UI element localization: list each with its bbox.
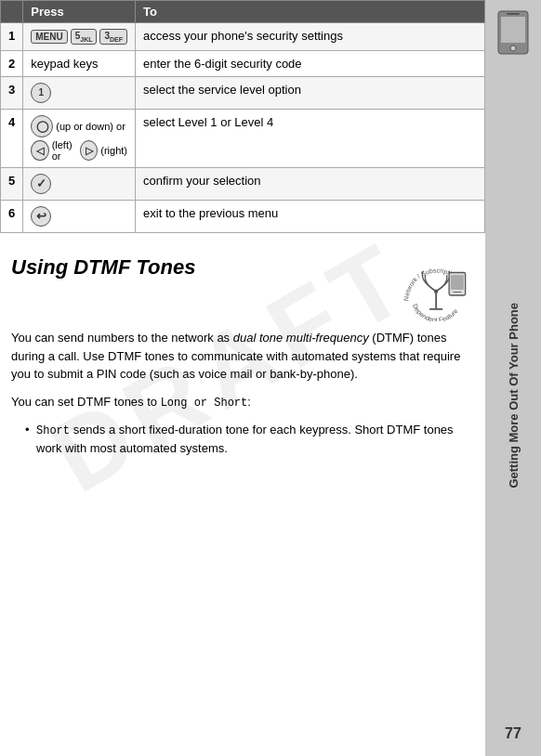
svg-text:Dependent Feature: Dependent Feature <box>412 303 459 321</box>
svg-rect-6 <box>451 275 464 290</box>
key-5: 5JKL <box>71 29 98 45</box>
action-cell: confirm your selection <box>136 168 485 201</box>
action-cell: exit to the previous menu <box>136 201 485 233</box>
sidebar-vertical-text-container: Getting More Out Of Your Phone <box>507 56 521 725</box>
key-3: 3DEF <box>99 29 127 45</box>
press-cell: ◯ (up or down) or ◁ (left) or ▷ (right) <box>23 110 136 168</box>
key-nav: ◯ <box>31 115 53 137</box>
press-cell: 1 <box>23 77 136 110</box>
table-row: 2 keypad keys enter the 6-digit security… <box>1 51 485 77</box>
svg-rect-11 <box>507 13 520 15</box>
phone-icon <box>495 9 532 56</box>
svg-point-4 <box>434 289 438 293</box>
code-long-short: Long or Short <box>161 397 248 410</box>
table-header-num <box>1 1 23 23</box>
table-header-to: To <box>136 1 485 23</box>
section-paragraph-1: You can send numbers to the network as d… <box>11 329 474 384</box>
svg-point-10 <box>510 46 516 51</box>
bullet-list: Short sends a short fixed-duration tone … <box>11 421 474 458</box>
key-left: ◁ <box>31 140 48 161</box>
action-cell: enter the 6-digit security code <box>136 51 485 77</box>
table-row: 1 MENU 5JKL 3DEF access your phone's sec… <box>1 23 485 51</box>
action-cell: select the service level option <box>136 77 485 110</box>
right-sidebar: Getting More Out Of Your Phone 77 <box>485 0 541 756</box>
svg-rect-9 <box>501 17 525 43</box>
key-1: 1 <box>31 83 51 103</box>
sidebar-icon-area <box>495 9 532 56</box>
press-cell: MENU 5JKL 3DEF <box>23 23 136 51</box>
page-number: 77 <box>505 725 521 742</box>
key-icons: ✓ <box>31 174 127 194</box>
table-header-press: Press <box>23 1 136 23</box>
row-num: 5 <box>1 168 23 201</box>
code-short: Short <box>36 424 70 437</box>
key-right: ▷ <box>80 140 98 161</box>
network-badge: Network / Subscription Dependent Feature <box>400 256 474 321</box>
key-check: ✓ <box>31 174 51 194</box>
section-header-row: Using DTMF Tones Network / Subscription <box>11 256 474 321</box>
section-paragraph-2: You can set DTMF tones to Long or Short: <box>11 393 474 411</box>
key-icons: 1 <box>31 83 127 103</box>
table-row: 5 ✓ confirm your selection <box>1 168 485 201</box>
key-menu: MENU <box>31 30 67 44</box>
section-title: Using DTMF Tones <box>11 256 390 279</box>
main-content: Press To 1 MENU 5JKL 3DEF access your p <box>0 0 485 756</box>
key-icons-2: ◁ (left) or ▷ (right) <box>31 139 127 162</box>
row-num: 3 <box>1 77 23 110</box>
action-cell: select Level 1 or Level 4 <box>136 110 485 168</box>
table-row: 6 ↩ exit to the previous menu <box>1 201 485 233</box>
action-cell: access your phone's security settings <box>136 23 485 51</box>
key-icons: ◯ (up or down) or <box>31 115 127 137</box>
key-icons: MENU 5JKL 3DEF <box>31 29 127 45</box>
page-container: Press To 1 MENU 5JKL 3DEF access your p <box>0 0 541 756</box>
table-row: 4 ◯ (up or down) or ◁ (left) or ▷ (right… <box>1 110 485 168</box>
press-cell: keypad keys <box>23 51 136 77</box>
press-cell: ↩ <box>23 201 136 233</box>
row-num: 6 <box>1 201 23 233</box>
network-badge-svg: Network / Subscription Dependent Feature <box>400 256 474 321</box>
table-row: 3 1 select the service level option <box>1 77 485 110</box>
row-num: 2 <box>1 51 23 77</box>
row-num: 1 <box>1 23 23 51</box>
press-cell: ✓ <box>23 168 136 201</box>
key-back: ↩ <box>31 206 51 227</box>
italic-dtmf: dual tone multi-frequency <box>233 331 369 345</box>
row-num: 4 <box>1 110 23 168</box>
sidebar-vertical-text: Getting More Out Of Your Phone <box>507 303 521 489</box>
section-content: Using DTMF Tones Network / Subscription <box>0 252 485 747</box>
section-body: You can send numbers to the network as d… <box>11 329 474 457</box>
bullet-item-short: Short sends a short fixed-duration tone … <box>25 421 474 458</box>
key-icons: ↩ <box>31 206 127 227</box>
press-table: Press To 1 MENU 5JKL 3DEF access your p <box>0 0 485 233</box>
